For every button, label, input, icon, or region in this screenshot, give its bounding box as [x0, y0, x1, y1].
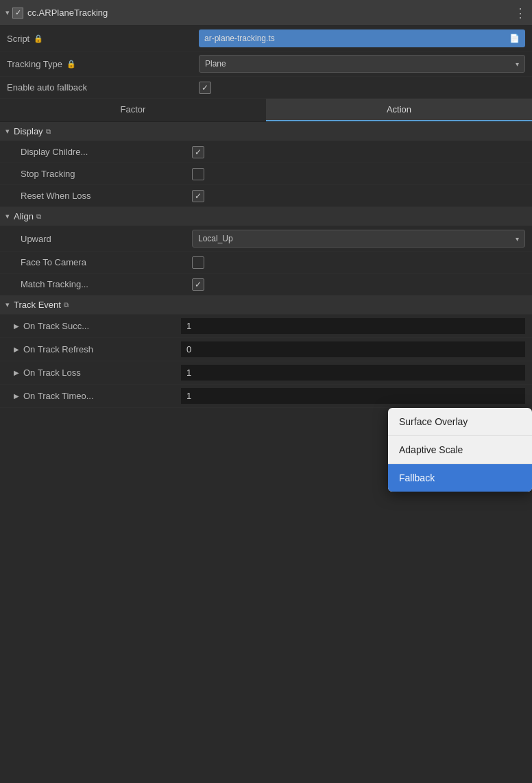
track-timeout-label: On Track Timeo... — [23, 391, 181, 401]
face-to-camera-checkbox[interactable] — [192, 256, 204, 269]
script-label: Script 🔒 — [7, 34, 199, 44]
track-event-section-header[interactable]: ▾ Track Event ⧉ — [0, 296, 532, 315]
upward-chevron-icon: ▾ — [516, 235, 519, 243]
more-options-button[interactable]: ⋮ — [514, 5, 527, 21]
reset-when-loss-row: Reset When Loss — [0, 185, 532, 207]
tracking-type-dropdown[interactable]: Plane ▾ — [199, 55, 525, 73]
component-title: cc.ARPlaneTracking — [27, 8, 514, 18]
match-tracking-label: Match Tracking... — [21, 279, 192, 289]
align-chevron-icon: ▾ — [5, 212, 10, 221]
reset-when-loss-value — [192, 190, 525, 202]
auto-fallback-row: Enable auto fallback — [0, 77, 532, 99]
display-children-checkbox[interactable] — [192, 146, 204, 158]
script-value[interactable]: ar-plane-tracking.ts 📄 — [199, 29, 525, 47]
match-tracking-checkbox[interactable] — [192, 278, 204, 291]
stop-tracking-row: Stop Tracking — [0, 163, 532, 185]
tracking-type-value[interactable]: Plane ▾ — [199, 55, 525, 73]
face-to-camera-value — [192, 256, 525, 269]
track-event-link-icon[interactable]: ⧉ — [64, 301, 69, 309]
track-refresh-value: 0 — [181, 341, 525, 357]
track-succ-expand-icon[interactable]: ▶ — [14, 322, 19, 330]
collapse-chevron[interactable]: ▾ — [5, 8, 10, 17]
track-event-row-1: ▶ On Track Refresh 0 — [0, 338, 532, 361]
track-succ-label: On Track Succ... — [23, 321, 181, 331]
track-event-section-title: Track Event — [14, 300, 61, 310]
script-property-row: Script 🔒 ar-plane-tracking.ts 📄 — [0, 26, 532, 51]
track-loss-value: 1 — [181, 365, 525, 381]
upward-selected: Local_Up — [198, 234, 233, 243]
auto-fallback-value — [199, 82, 525, 94]
script-lock-icon: 🔒 — [34, 34, 43, 43]
reset-when-loss-checkbox[interactable] — [192, 190, 204, 202]
upward-value[interactable]: Local_Up ▾ — [192, 230, 525, 248]
track-loss-label: On Track Loss — [23, 368, 181, 378]
tracking-type-selected: Plane — [205, 59, 226, 69]
upward-dropdown[interactable]: Local_Up ▾ — [192, 230, 525, 248]
upward-label: Upward — [21, 234, 192, 244]
tab-bar: Factor Action — [0, 99, 532, 122]
face-to-camera-row: Face To Camera — [0, 252, 532, 274]
script-filename: ar-plane-tracking.ts — [204, 34, 275, 43]
track-loss-expand-icon[interactable]: ▶ — [14, 369, 19, 376]
track-timeout-expand-icon[interactable]: ▶ — [14, 392, 19, 400]
tab-factor[interactable]: Factor — [0, 99, 266, 121]
display-children-row: Display Childre... — [0, 141, 532, 163]
reset-when-loss-label: Reset When Loss — [21, 191, 192, 201]
track-event-row-3: ▶ On Track Timeo... 1 — [0, 385, 532, 408]
tab-action[interactable]: Action — [266, 99, 532, 121]
tracking-type-chevron-icon: ▾ — [516, 60, 519, 68]
track-event-row-0: ▶ On Track Succ... 1 — [0, 315, 532, 338]
display-link-icon[interactable]: ⧉ — [46, 128, 51, 136]
tracking-type-lock-icon: 🔒 — [66, 60, 76, 69]
match-tracking-value — [192, 278, 525, 291]
display-children-label: Display Childre... — [21, 147, 192, 157]
tracking-type-label-text: Tracking Type — [7, 59, 62, 69]
display-chevron-icon: ▾ — [5, 127, 10, 136]
stop-tracking-label: Stop Tracking — [21, 169, 192, 179]
auto-fallback-checkbox[interactable] — [199, 82, 211, 94]
match-tracking-row: Match Tracking... — [0, 274, 532, 296]
track-timeout-value: 1 — [181, 388, 525, 404]
track-succ-value: 1 — [181, 318, 525, 334]
upward-row: Upward Local_Up ▾ — [0, 226, 532, 252]
display-section-header[interactable]: ▾ Display ⧉ — [0, 122, 532, 141]
popup-menu: Surface Overlay Adaptive Scale Fallback — [388, 408, 532, 492]
display-section-title: Display — [14, 126, 43, 136]
display-children-value — [192, 146, 525, 158]
align-section-header[interactable]: ▾ Align ⧉ — [0, 207, 532, 226]
track-event-row-2: ▶ On Track Loss 1 — [0, 361, 532, 385]
auto-fallback-label: Enable auto fallback — [7, 82, 199, 93]
popup-item-adaptive-scale[interactable]: Adaptive Scale — [388, 436, 532, 464]
tracking-type-row: Tracking Type 🔒 Plane ▾ — [0, 51, 532, 77]
align-link-icon[interactable]: ⧉ — [36, 213, 41, 221]
add-button-row: Add Surface Overlay Adaptive Scale Fallb… — [0, 408, 532, 436]
script-input[interactable]: ar-plane-tracking.ts 📄 — [199, 29, 525, 47]
align-section-title: Align — [14, 211, 34, 221]
track-event-chevron-icon: ▾ — [5, 300, 10, 309]
file-icon: 📄 — [509, 34, 520, 43]
tracking-type-label: Tracking Type 🔒 — [7, 59, 199, 69]
track-refresh-expand-icon[interactable]: ▶ — [14, 346, 19, 353]
popup-item-fallback[interactable]: Fallback — [388, 464, 532, 492]
script-label-text: Script — [7, 34, 29, 44]
face-to-camera-label: Face To Camera — [21, 257, 192, 267]
auto-fallback-label-text: Enable auto fallback — [7, 82, 87, 93]
component-header: ▾ cc.ARPlaneTracking ⋮ — [0, 0, 532, 26]
stop-tracking-checkbox[interactable] — [192, 168, 204, 180]
component-enabled-checkbox[interactable] — [12, 8, 23, 19]
popup-item-surface-overlay[interactable]: Surface Overlay — [388, 408, 532, 436]
track-refresh-label: On Track Refresh — [23, 344, 181, 354]
stop-tracking-value — [192, 168, 525, 180]
